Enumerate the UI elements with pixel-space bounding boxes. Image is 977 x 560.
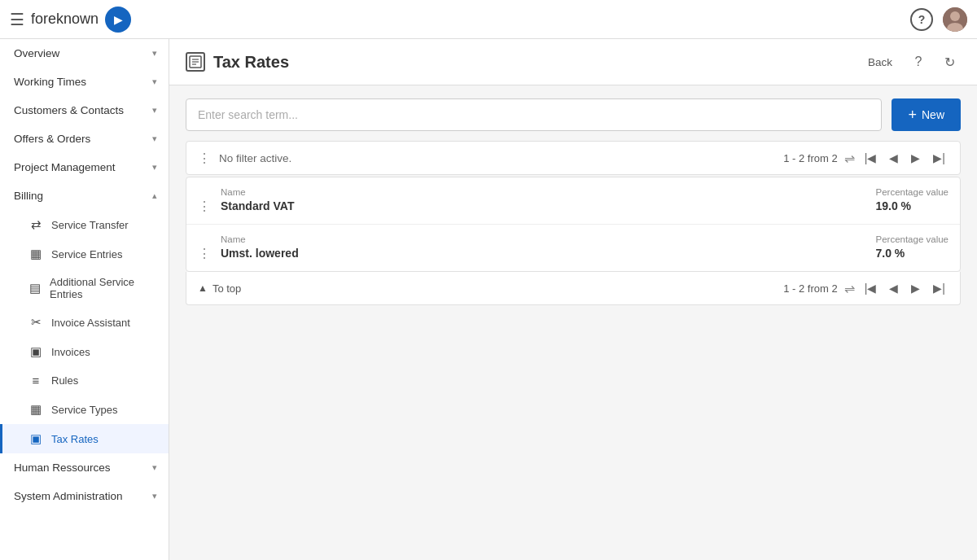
sidebar-item-system-administration[interactable]: System Administration ▾ — [0, 482, 169, 510]
page-header-left: Tax Rates — [186, 52, 289, 72]
sidebar-item-label: Overview — [14, 47, 59, 59]
table-row: ⋮ Name Umst. lowered Percentage value 7.… — [186, 225, 960, 271]
row-options-icon[interactable]: ⋮ — [198, 187, 211, 214]
sidebar-item-billing[interactable]: Billing ▴ — [0, 182, 169, 210]
content-body: + New ⋮ No filter active. 1 - 2 from 2 ⇌… — [169, 85, 977, 560]
plus-icon: + — [908, 107, 917, 124]
hamburger-icon[interactable]: ☰ — [10, 10, 24, 29]
search-input[interactable] — [186, 98, 882, 131]
prev-page-button[interactable]: ◀ — [886, 150, 901, 166]
sidebar-item-additional-service-entries[interactable]: ▤ Additional Service Entries — [0, 269, 169, 308]
brand-icon — [105, 7, 131, 33]
sidebar-item-human-ressources[interactable]: Human Ressources ▾ — [0, 453, 169, 482]
to-top-button[interactable]: ▲ To top — [198, 282, 241, 295]
sidebar-item-project-management[interactable]: Project Management ▾ — [0, 153, 169, 182]
help-icon[interactable]: ? — [910, 8, 933, 31]
sidebar-item-label: Customers & Contacts — [14, 104, 124, 116]
sidebar-item-service-types[interactable]: ▦ Service Types — [0, 395, 169, 424]
sidebar: Overview ▾ Working Times ▾ Customers & C… — [0, 39, 169, 560]
filter-bar: ⋮ No filter active. 1 - 2 from 2 ⇌ |◀ ◀ … — [186, 141, 961, 175]
search-row: + New — [186, 98, 961, 131]
row-content: Name Umst. lowered Percentage value 7.0 … — [221, 234, 949, 260]
bottom-pagination-info: 1 - 2 from 2 — [783, 282, 837, 295]
back-button[interactable]: Back — [861, 53, 899, 72]
chevron-down-icon: ▾ — [152, 162, 157, 173]
svg-point-1 — [950, 11, 960, 21]
last-page-button[interactable]: ▶| — [930, 150, 949, 166]
chevron-down-icon: ▾ — [152, 133, 157, 144]
chevron-down-icon: ▾ — [152, 491, 157, 501]
new-button[interactable]: + New — [892, 98, 961, 131]
row-percentage-field: Percentage value 19.0 % — [875, 187, 949, 212]
chevron-down-icon: ▾ — [152, 462, 157, 473]
row-name-field: Name Umst. lowered — [221, 234, 843, 260]
bottom-first-page-button[interactable]: |◀ — [861, 280, 880, 296]
tax-rates-icon: ▣ — [28, 431, 43, 446]
first-page-button[interactable]: |◀ — [861, 150, 880, 166]
sidebar-item-working-times[interactable]: Working Times ▾ — [0, 68, 169, 96]
sidebar-item-label: Service Transfer — [51, 219, 129, 231]
sidebar-item-invoices[interactable]: ▣ Invoices — [0, 337, 169, 366]
data-table: ⋮ Name Standard VAT Percentage value 19.… — [186, 177, 961, 272]
col-name-label: Name — [221, 234, 843, 244]
page-header: Tax Rates Back ? ↻ — [169, 39, 977, 85]
table-row: ⋮ Name Standard VAT Percentage value 19.… — [186, 177, 960, 225]
refresh-icon[interactable]: ↻ — [938, 50, 961, 73]
new-button-label: New — [922, 108, 944, 121]
topbar: ☰ foreknown ? — [0, 0, 977, 39]
sidebar-item-tax-rates[interactable]: ▣ Tax Rates — [0, 424, 169, 453]
chevron-down-icon: ▾ — [152, 48, 157, 59]
page-title-icon — [186, 52, 205, 72]
col-name-label: Name — [221, 187, 843, 197]
sidebar-item-service-transfer[interactable]: ⇄ Service Transfer — [0, 210, 169, 239]
sidebar-item-label: Service Types — [51, 404, 117, 416]
row-options-icon[interactable]: ⋮ — [198, 234, 211, 261]
sidebar-item-label: Service Entries — [51, 248, 122, 260]
help-page-icon[interactable]: ? — [907, 50, 930, 73]
sidebar-item-label: Invoice Assistant — [51, 317, 130, 329]
chevron-up-icon: ▴ — [152, 190, 157, 201]
sidebar-item-label: Project Management — [14, 161, 116, 173]
sidebar-item-rules[interactable]: ≡ Rules — [0, 366, 169, 395]
chevron-down-icon: ▾ — [152, 105, 157, 116]
to-top-label: To top — [212, 282, 241, 295]
next-page-button[interactable]: ▶ — [908, 150, 923, 166]
sidebar-item-label: Tax Rates — [51, 433, 99, 445]
sidebar-item-offers-orders[interactable]: Offers & Orders ▾ — [0, 125, 169, 153]
rules-icon: ≡ — [28, 374, 43, 387]
additional-entries-icon: ▤ — [28, 281, 42, 295]
row-content: Name Standard VAT Percentage value 19.0 … — [221, 187, 949, 212]
service-types-icon: ▦ — [28, 402, 43, 417]
filter-bar-right: 1 - 2 from 2 ⇌ |◀ ◀ ▶ ▶| — [783, 150, 949, 166]
filter-options-icon[interactable]: ⋮ — [198, 151, 211, 166]
sidebar-item-label: Human Ressources — [14, 462, 111, 474]
user-avatar[interactable] — [943, 7, 967, 32]
pagination-info: 1 - 2 from 2 — [783, 152, 837, 164]
row-name-value: Standard VAT — [221, 199, 843, 212]
sidebar-item-service-entries[interactable]: ▦ Service Entries — [0, 239, 169, 269]
sidebar-item-label: Additional Service Entries — [50, 276, 157, 300]
to-top-arrow-icon: ▲ — [198, 282, 208, 294]
sidebar-item-label: Offers & Orders — [14, 133, 90, 145]
sort-icon[interactable]: ⇌ — [844, 151, 855, 166]
row-name-field: Name Standard VAT — [221, 187, 843, 212]
bottom-next-page-button[interactable]: ▶ — [908, 280, 923, 296]
sidebar-item-label: System Administration — [14, 490, 123, 502]
bottom-bar: ▲ To top 1 - 2 from 2 ⇌ |◀ ◀ ▶ ▶| — [186, 272, 961, 305]
topbar-logo: ☰ foreknown — [10, 7, 131, 33]
invoices-icon: ▣ — [28, 344, 43, 359]
service-transfer-icon: ⇄ — [28, 217, 43, 232]
row-percentage-value: 19.0 % — [875, 199, 949, 212]
sidebar-item-label: Billing — [14, 190, 43, 202]
service-entries-icon: ▦ — [28, 247, 43, 261]
sidebar-item-invoice-assistant[interactable]: ✂ Invoice Assistant — [0, 308, 169, 337]
bottom-last-page-button[interactable]: ▶| — [930, 280, 949, 296]
bottom-prev-page-button[interactable]: ◀ — [886, 280, 901, 296]
sidebar-item-customers-contacts[interactable]: Customers & Contacts ▾ — [0, 96, 169, 125]
bottom-sort-icon[interactable]: ⇌ — [844, 281, 855, 296]
row-percentage-field: Percentage value 7.0 % — [875, 234, 949, 260]
col-percentage-label: Percentage value — [875, 187, 949, 197]
sidebar-item-overview[interactable]: Overview ▾ — [0, 39, 169, 68]
page-title: Tax Rates — [213, 53, 289, 72]
sidebar-item-label: Working Times — [14, 76, 86, 88]
